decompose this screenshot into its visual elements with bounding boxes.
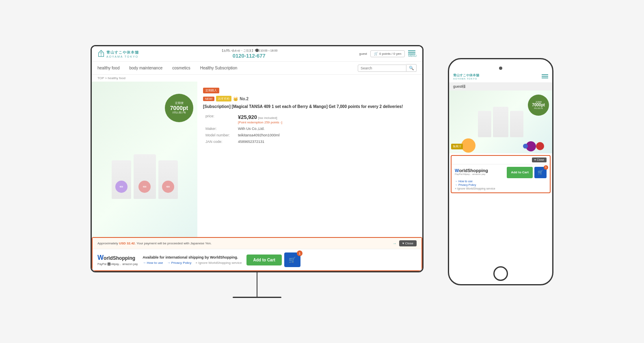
mobile-ws-close-label: Close <box>537 158 544 161</box>
ws-cart-badge: 1 <box>297 250 303 256</box>
price-value: ¥25,920 [tax included] [Point redemption… <box>236 113 417 125</box>
scene: 青山すこや体本舗 AOYAMA TOKYO 【お問い合わせ・ご注文】平日10:0… <box>0 0 644 343</box>
phone-wrap: 青山すこや体本舗 AOYAMA TOKYO guest様 <box>448 58 553 285</box>
mobile-ws-privacy-policy[interactable]: → Privacy Policy <box>455 183 547 186</box>
contact-label: 【お問い合わせ・ご注文】平日10:00～18:00 <box>220 49 277 53</box>
mobile-ws-links: → How to use → Privacy Policy × Ignore W… <box>455 180 547 190</box>
ws-logo-text: orldShopping <box>104 255 135 261</box>
cart-label: 0 points / 0 yen <box>379 52 401 56</box>
ws-cart-icon: 🛒 <box>289 257 296 263</box>
ws-cart-icon-button[interactable]: 🛒 1 <box>284 252 300 267</box>
ws-notice-arrow: → <box>393 241 397 246</box>
mobile-ws-ignore[interactable]: × Ignore WorldShopping service <box>455 187 547 190</box>
badge-crown-icon: 👑 <box>233 97 238 101</box>
mobile-menu-line-3 <box>542 78 548 78</box>
jan-label: JAN code: <box>203 138 236 145</box>
price-points: [Point redemption 259 points -] <box>238 121 282 124</box>
mobile-cart-badge: 1 <box>544 165 548 170</box>
nav-cosmetics[interactable]: cosmetics <box>172 66 190 70</box>
search-input[interactable] <box>358 65 406 72</box>
desktop-monitor-wrap: 青山すこや体本舗 AOYAMA TOKYO 【お問い合わせ・ご注文】平日10:0… <box>91 45 424 298</box>
logo-text-jp: 青山すこや体本舗 <box>106 50 139 55</box>
header-right: guest 🛒 0 points / 0 yen MENU <box>359 50 417 57</box>
site-nav: healthy food body maintenance cosmetics … <box>92 62 422 75</box>
ws-ignore[interactable]: × Ignore WorldShopping service <box>196 261 242 265</box>
phone-camera-dot <box>499 67 502 70</box>
jan-value: 4589652372131 <box>236 138 417 145</box>
desktop-monitor: 青山すこや体本舗 AOYAMA TOKYO 【お問い合わせ・ご注文】平日10:0… <box>91 45 424 272</box>
price-main: ¥25,920 <box>238 114 257 120</box>
ws-add-to-cart-button[interactable]: Add to Cart <box>246 255 281 265</box>
phone-home-button[interactable] <box>493 266 508 281</box>
product-badges: NEW! おすすめ 👑 No.2 <box>203 96 417 101</box>
mobile-cart-icon-button[interactable]: 🛒 1 <box>534 167 547 178</box>
ws-links: → How to use → Privacy Policy × Ignore W… <box>143 261 242 265</box>
main-content: 409 409 409 定期便 7000pt 2回 <box>92 82 422 271</box>
chevron-down-icon <box>402 242 404 245</box>
search-wrap: 🔍 <box>358 64 417 72</box>
blueberry-icon <box>523 144 528 149</box>
mobile-guest-bar: guest様 <box>449 83 552 91</box>
cart-button[interactable]: 🛒 0 points / 0 yen <box>370 50 405 57</box>
menu-line-1 <box>408 50 415 51</box>
mobile-menu-button[interactable] <box>542 74 548 78</box>
menu-line-2 <box>408 52 415 53</box>
product-title: [Subscription] [Magical TANSA 409 1 set … <box>203 104 417 110</box>
worldshopping-popup: Approximately USD 32.42. Your payment wi… <box>92 237 422 271</box>
ws-main: WorldShopping PayPal 🅰 Alipay... amazon … <box>93 249 421 270</box>
mango-icon <box>461 138 475 153</box>
ws-privacy-policy[interactable]: → Privacy Policy <box>167 261 192 265</box>
badge-recommend: おすすめ <box>216 96 231 101</box>
point-badge-num: 7000pt <box>170 105 188 111</box>
mobile-ws-logo-w: W <box>455 168 459 173</box>
mobile-ws-actions: Add to Cart 🛒 1 <box>507 167 547 178</box>
maker-value: With Us Co.,Ltd. <box>236 125 417 132</box>
amazon-pay-icon: amazon pay <box>122 263 138 265</box>
ws-description-area: Available for international shipping by … <box>143 255 242 265</box>
ws-how-to-use[interactable]: → How to use <box>143 261 163 265</box>
product-carton-3: 409 <box>158 160 178 199</box>
mobile-carton-2 <box>493 107 508 137</box>
logo-icon <box>97 50 105 58</box>
mobile-menu-line-2 <box>542 76 548 77</box>
mobile-logo: 青山すこや体本舗 AOYAMA TOKYO <box>453 73 479 80</box>
juice-label: 無果汁 <box>451 144 463 149</box>
mobile-logo-jp: 青山すこや体本舗 <box>453 73 479 78</box>
mobile-cart-icon: 🛒 <box>538 170 543 175</box>
nav-body-maintenance[interactable]: body maintenance <box>130 66 163 70</box>
ws-logo-area: WorldShopping PayPal 🅰 Alipay... amazon … <box>97 254 138 265</box>
carton-badge-2: 409 <box>138 181 151 193</box>
cart-icon: 🛒 <box>374 52 378 56</box>
nav-healthy-subscription[interactable]: Healthy Subscription <box>200 66 238 70</box>
mobile-point-badge: 定期便 7000pt 2回お届け毎 <box>528 95 549 116</box>
subscription-tag: 定期購入 <box>203 88 219 93</box>
search-button[interactable]: 🔍 <box>406 64 417 72</box>
ws-logo: WorldShopping <box>97 254 138 261</box>
mobile-add-to-cart-button[interactable]: Add to Cart <box>507 167 533 178</box>
mobile-phone: 青山すこや体本舗 AOYAMA TOKYO guest様 <box>448 58 553 285</box>
monitor-base <box>233 297 281 298</box>
nav-healthy-food[interactable]: healthy food <box>97 66 120 70</box>
mobile-ws-how-to-use[interactable]: → How to use <box>455 180 547 183</box>
alipay-icon: 🅰 Alipay... <box>108 263 121 265</box>
strawberry-icon <box>536 142 544 150</box>
menu-label: MENU <box>408 54 417 57</box>
mobile-ws-logo-area: WorldShopping PayPal Alipay... amazon pa… <box>455 168 488 177</box>
mobile-ws-top-bar: ▾ Close <box>452 156 550 164</box>
mobile-chevron-down-icon: ▾ <box>534 158 536 161</box>
monitor-camera-dot <box>255 49 259 52</box>
badge-no: No.2 <box>240 97 249 101</box>
breadcrumb: TOP > healthy food <box>92 75 422 82</box>
mobile-ws-close-button[interactable]: ▾ Close <box>532 157 547 162</box>
mobile-ws-logo: WorldShopping <box>455 168 488 173</box>
menu-button[interactable] <box>408 50 417 54</box>
guest-label: guest <box>359 52 367 56</box>
mobile-product-image: 定期便 7000pt 2回お届け毎 無果汁 <box>449 91 552 153</box>
ws-notice-amount: USD 32.42 <box>119 242 135 245</box>
ws-description: Available for international shipping by … <box>143 255 242 259</box>
ws-notice-bar: Approximately USD 32.42. Your payment wi… <box>93 238 421 249</box>
ws-close-label: Close <box>405 242 413 245</box>
model-label: Model number: <box>203 132 236 138</box>
ws-close-button[interactable]: Close <box>399 240 417 246</box>
mobile-point-badge-sub: 2回お届け毎 <box>534 107 543 109</box>
